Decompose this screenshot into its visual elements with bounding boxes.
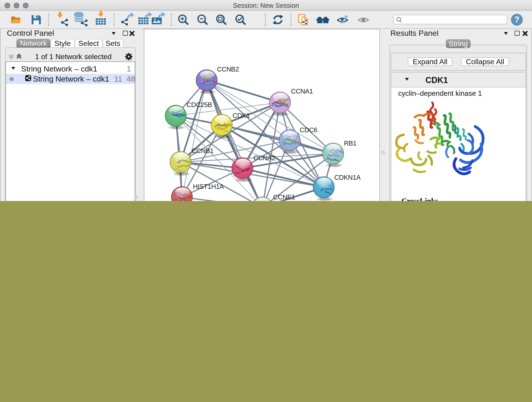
svg-text:CCNB2: CCNB2 [217,65,239,73]
svg-text:1 of 1 Network selected: 1 of 1 Network selected [35,52,112,61]
svg-text:CDK1: CDK1 [233,112,250,119]
svg-text:CCNA1: CCNA1 [291,88,313,95]
svg-text:CDKN1A: CDKN1A [334,174,361,181]
svg-text:CCNA2: CCNA2 [253,154,275,162]
svg-text:HIST1H1A: HIST1H1A [193,183,224,190]
svg-text:CCNB1: CCNB1 [191,147,214,154]
svg-text:CDC6: CDC6 [300,126,317,134]
svg-text:RB1: RB1 [344,140,356,147]
svg-text:CDC25B: CDC25B [186,101,212,108]
svg-text:CCNE1: CCNE1 [273,193,295,201]
svg-text:?: ? [514,15,519,24]
